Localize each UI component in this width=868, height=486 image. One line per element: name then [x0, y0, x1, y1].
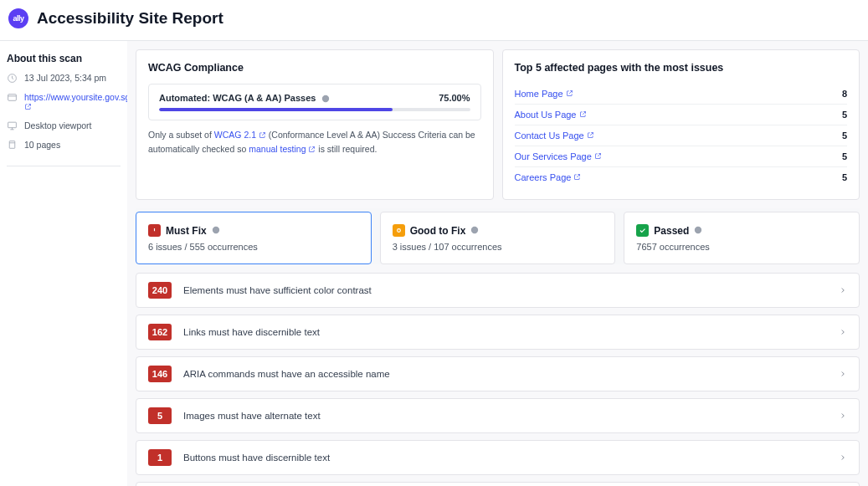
warning-icon: [393, 224, 405, 237]
top5-item: Careers Page 5: [515, 167, 848, 187]
main-content: WCAG Compliance Automated: WCAG (A & AA)…: [127, 41, 868, 486]
issue-text: Buttons must have discernible text: [183, 453, 827, 463]
issues-list: 240 Elements must have sufficient color …: [136, 273, 860, 486]
info-icon[interactable]: [212, 225, 220, 237]
meta-url: https://www.yoursite.gov.sg/: [7, 92, 121, 112]
tab-must-fix-sub: 6 issues / 555 occurrences: [148, 242, 359, 252]
meta-pages-text: 10 pages: [24, 140, 60, 150]
sidebar-divider: [7, 166, 121, 166]
chevron-right-icon: [839, 410, 847, 422]
svg-point-8: [695, 226, 701, 233]
tab-passed[interactable]: Passed 7657 occurrences: [624, 212, 860, 264]
info-icon[interactable]: [470, 225, 479, 237]
top5-count: 5: [842, 172, 847, 182]
top5-page-link[interactable]: Careers Page: [515, 172, 582, 182]
meta-url-link[interactable]: https://www.yoursite.gov.sg/: [24, 92, 132, 112]
wcag-title: WCAG Compliance: [148, 62, 481, 74]
top5-count: 8: [842, 89, 847, 99]
tab-good-to-fix-title: Good to Fix: [410, 225, 466, 237]
issue-row[interactable]: 240 Elements must have sufficient color …: [136, 273, 860, 308]
tab-must-fix-title: Must Fix: [166, 225, 207, 237]
top5-count: 5: [842, 110, 847, 120]
top5-item: Our Services Page 5: [515, 146, 848, 167]
browser-icon: [7, 92, 18, 103]
issue-row[interactable]: 146 ARIA commands must have an accessibl…: [136, 356, 860, 391]
issue-text: Links must have discernible text: [183, 327, 827, 337]
progress-percent: 75.00%: [439, 93, 470, 103]
meta-viewport: Desktop viewport: [7, 120, 121, 131]
issue-count-badge: 146: [148, 366, 172, 382]
meta-date: 13 Jul 2023, 5:34 pm: [7, 73, 121, 84]
progress-box: Automated: WCAG (A & AA) Passes 75.00%: [148, 84, 481, 120]
desktop-icon: [7, 120, 18, 131]
meta-pages: 10 pages: [7, 140, 121, 151]
wcag-link[interactable]: WCAG 2.1: [214, 130, 266, 140]
chevron-right-icon: [839, 326, 847, 339]
top5-card: Top 5 affected pages with the most issue…: [502, 49, 860, 200]
meta-viewport-text: Desktop viewport: [24, 120, 92, 130]
progress-label: Automated: WCAG (A & AA) Passes: [159, 93, 330, 103]
external-link-icon: [24, 102, 32, 112]
svg-point-4: [321, 95, 328, 102]
issue-row[interactable]: 1 Buttons must have discernible text: [136, 440, 860, 475]
top5-page-link[interactable]: Our Services Page: [515, 151, 602, 161]
top5-item: About Us Page 5: [515, 105, 848, 125]
issue-text: ARIA commands must have an accessible na…: [183, 369, 827, 379]
meta-date-text: 13 Jul 2023, 5:34 pm: [24, 73, 106, 83]
issue-row[interactable]: 162 Links must have discernible text: [136, 315, 860, 350]
svg-rect-2: [8, 122, 17, 128]
svg-point-7: [471, 226, 478, 233]
issue-count-badge: 162: [148, 324, 172, 340]
external-link-icon: [259, 130, 266, 143]
info-icon[interactable]: [694, 225, 702, 237]
issue-row[interactable]: 1 aria-roledescription must be on elemen…: [136, 482, 860, 486]
chevron-right-icon: [839, 284, 847, 297]
header: ally Accessibility Site Report: [0, 0, 868, 41]
top5-page-link[interactable]: Contact Us Page: [515, 130, 594, 141]
external-link-icon: [587, 130, 594, 141]
svg-rect-1: [8, 95, 17, 101]
top5-item: Contact Us Page 5: [515, 125, 848, 146]
issue-text: Elements must have sufficient color cont…: [183, 285, 827, 295]
top5-page-link[interactable]: About Us Page: [515, 110, 587, 120]
top5-item: Home Page 8: [515, 84, 848, 105]
alert-icon: [148, 224, 161, 237]
external-link-icon: [573, 172, 581, 182]
pages-icon: [7, 140, 18, 151]
top5-count: 5: [842, 130, 847, 141]
tab-passed-title: Passed: [654, 225, 689, 237]
tabs: Must Fix 6 issues / 555 occurrences Good…: [136, 208, 860, 264]
tab-passed-sub: 7657 occurrences: [636, 242, 847, 252]
progress-fill: [159, 108, 393, 111]
svg-rect-3: [9, 141, 15, 149]
svg-point-6: [397, 229, 400, 233]
issue-count-badge: 5: [148, 407, 172, 424]
top5-title: Top 5 affected pages with the most issue…: [515, 62, 848, 74]
check-icon: [636, 224, 649, 237]
wcag-note: Only a subset of WCAG 2.1 (Conformance L…: [148, 129, 481, 157]
external-link-icon: [566, 89, 573, 99]
top5-page-link[interactable]: Home Page: [515, 89, 573, 99]
tab-good-to-fix[interactable]: Good to Fix 3 issues / 107 occurrences: [380, 212, 616, 264]
sidebar: About this scan 13 Jul 2023, 5:34 pm htt…: [0, 41, 127, 486]
tab-must-fix[interactable]: Must Fix 6 issues / 555 occurrences: [136, 212, 372, 264]
wcag-card: WCAG Compliance Automated: WCAG (A & AA)…: [136, 49, 494, 200]
chevron-right-icon: [839, 452, 847, 464]
issue-count-badge: 1: [148, 449, 172, 466]
external-link-icon: [594, 151, 602, 161]
chevron-right-icon: [839, 368, 847, 381]
app-logo: ally: [8, 8, 28, 28]
external-link-icon: [579, 110, 587, 120]
top5-count: 5: [842, 151, 847, 161]
tab-good-to-fix-sub: 3 issues / 107 occurrences: [393, 242, 603, 252]
issue-text: Images must have alternate text: [183, 411, 827, 421]
issue-count-badge: 240: [148, 282, 172, 299]
clock-icon: [7, 73, 18, 84]
info-icon[interactable]: [321, 95, 330, 103]
progress-bar: [159, 108, 470, 111]
top5-list: Home Page 8 About Us Page 5 Contact Us P…: [515, 84, 848, 187]
sidebar-title: About this scan: [7, 53, 121, 64]
manual-testing-link[interactable]: manual testing: [249, 144, 316, 154]
issue-row[interactable]: 5 Images must have alternate text: [136, 398, 860, 433]
svg-point-5: [213, 226, 219, 233]
